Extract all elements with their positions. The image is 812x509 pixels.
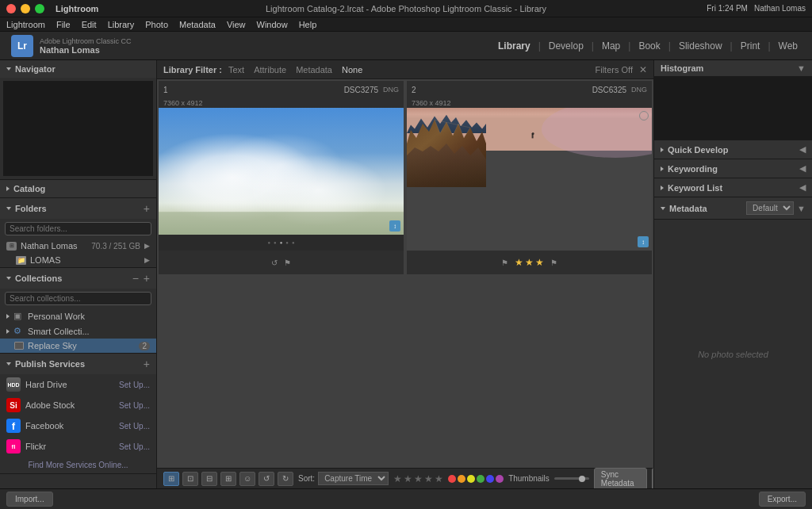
histogram-header[interactable]: Histogram ▼ [654, 60, 812, 77]
metadata-preset-select[interactable]: Default All EXIF [746, 201, 794, 215]
publish-flickr-setup[interactable]: Set Up... [119, 442, 150, 451]
rotate-cw-button[interactable]: ↻ [278, 472, 293, 486]
rotate-ccw-button[interactable]: ↺ [259, 472, 274, 486]
publish-adobe-stock[interactable]: Si Adobe Stock Set Up... [0, 395, 156, 415]
menu-edit[interactable]: Edit [82, 20, 97, 29]
collections-search-input[interactable] [5, 292, 151, 305]
color-filter-red[interactable] [448, 475, 456, 483]
collections-search [0, 289, 156, 308]
publish-add-button[interactable]: + [144, 358, 150, 370]
color-filter-yellow[interactable] [467, 475, 475, 483]
quick-develop-header[interactable]: Quick Develop ◀ [654, 140, 812, 159]
metadata-collapse-icon [661, 207, 665, 210]
maximize-button[interactable] [35, 4, 44, 13]
catalog-header[interactable]: Catalog [0, 180, 156, 197]
folder-item-lomas[interactable]: 📁 LOMAS ▶ [0, 253, 156, 267]
module-web[interactable]: Web [776, 39, 801, 53]
module-slideshow[interactable]: Slideshow [676, 39, 726, 53]
folders-add-button[interactable]: + [144, 202, 150, 215]
collections-add-button[interactable]: + [144, 272, 150, 285]
minimize-button[interactable] [21, 4, 30, 13]
menu-photo[interactable]: Photo [145, 20, 168, 29]
publish-services-header[interactable]: Publish Services + [0, 354, 156, 374]
module-library[interactable]: Library [495, 39, 534, 53]
filter-text[interactable]: Text [228, 65, 244, 75]
photo-2-flag-left[interactable]: ⚑ [501, 258, 508, 267]
filmstrip-dot-4: ● [292, 240, 295, 245]
photo-2-flag-right[interactable]: ⚑ [550, 258, 557, 267]
import-button[interactable]: Import... [6, 492, 53, 507]
publish-stock-setup[interactable]: Set Up... [119, 401, 150, 410]
menu-view[interactable]: View [227, 20, 246, 29]
grid-view-button[interactable]: ⊞ [163, 472, 179, 486]
navigator-header[interactable]: Navigator [0, 60, 156, 78]
publish-fb-setup[interactable]: Set Up... [119, 422, 150, 431]
filter-none[interactable]: None [342, 65, 362, 75]
publish-flickr[interactable]: fl Flickr Set Up... [0, 436, 156, 457]
collections-minus-button[interactable]: − [132, 272, 139, 285]
compare-view-button[interactable]: ⊟ [201, 472, 217, 486]
photo-1-flag[interactable]: ⚑ [284, 258, 291, 267]
keyword-list-header[interactable]: Keyword List ◀ [654, 178, 812, 197]
color-filter-orange[interactable] [458, 475, 465, 483]
close-button[interactable] [6, 4, 16, 13]
menu-file[interactable]: File [56, 20, 71, 29]
people-view-button[interactable]: ☺ [239, 472, 255, 486]
star-filter-3[interactable]: ★ [414, 473, 423, 484]
collection-replace-sky-count: 2 [139, 342, 150, 350]
publish-hard-drive[interactable]: HDD Hard Drive Set Up... [0, 374, 156, 395]
photo-2-thumbnail[interactable]: ↕ [407, 108, 652, 251]
filter-metadata[interactable]: Metadata [296, 65, 332, 75]
left-panel: Navigator Catalog F [0, 60, 157, 488]
module-map[interactable]: Map [599, 39, 623, 53]
collection-group-smart[interactable]: ⚙ Smart Collecti... [0, 323, 156, 339]
color-filter-purple[interactable] [496, 475, 504, 483]
photo-1-rotate-left[interactable]: ↺ [271, 258, 278, 267]
menu-window[interactable]: Window [257, 20, 288, 29]
filter-attribute[interactable]: Attribute [254, 65, 286, 75]
folders-header[interactable]: Folders + [0, 198, 156, 219]
collection-group-personal[interactable]: ▣ Personal Work [0, 308, 156, 323]
menu-lightroom[interactable]: Lightroom [6, 20, 45, 29]
filter-label: Library Filter : [163, 65, 222, 75]
photo-cell-1[interactable]: 1 DSC3275 DNG 7360 x 4912 [159, 81, 404, 274]
filter-close-button[interactable]: ✕ [639, 64, 647, 75]
right-panel: Histogram ▼ Quick Develop ◀ Keywording [653, 60, 812, 488]
star-filter-2[interactable]: ★ [404, 473, 412, 484]
survey-view-button[interactable]: ⊞ [220, 472, 236, 486]
lr-name: Adobe Lightroom Classic CC Nathan Lomas [40, 37, 132, 55]
star-filter-5[interactable]: ★ [435, 473, 443, 484]
quick-develop-section: Quick Develop ◀ [654, 140, 812, 159]
folder-item-nathan[interactable]: ⊞ Nathan Lomas 70.3 / 251 GB ▶ [0, 239, 156, 253]
color-filter-green[interactable] [477, 475, 485, 483]
folder-search-input[interactable] [5, 222, 151, 235]
photo-1-dims: 7360 x 4912 [159, 98, 404, 108]
sync-metadata-button[interactable]: Sync Metadata [594, 468, 647, 489]
histogram-area [654, 77, 812, 140]
star-filter-4[interactable]: ★ [424, 473, 433, 484]
photo-cell-2[interactable]: 2 DSC6325 DNG 7360 x 4912 [407, 81, 652, 274]
loupe-view-button[interactable]: ⊡ [182, 472, 198, 486]
collection-replace-sky[interactable]: Replace Sky 2 [0, 339, 156, 353]
folder-icon: 📁 [16, 256, 26, 265]
publish-facebook[interactable]: f Facebook Set Up... [0, 415, 156, 436]
import-export-bar: Import... Export... [0, 488, 812, 509]
sort-select[interactable]: Capture Time File Name Rating [318, 472, 389, 485]
menu-help[interactable]: Help [299, 20, 317, 29]
export-button[interactable]: Export... [759, 492, 806, 507]
menu-library[interactable]: Library [108, 20, 135, 29]
metadata-section-header[interactable]: Metadata Default All EXIF ▼ [654, 197, 812, 219]
module-print[interactable]: Print [737, 39, 764, 53]
photo-1-thumbnail[interactable]: ↕ [159, 108, 404, 235]
collections-header[interactable]: Collections − + [0, 268, 156, 289]
publish-hd-setup[interactable]: Set Up... [119, 381, 150, 389]
star-filter-1[interactable]: ★ [393, 473, 402, 484]
module-book[interactable]: Book [635, 39, 663, 53]
filmstrip-dot-active: ● [280, 240, 283, 245]
menu-metadata[interactable]: Metadata [179, 20, 216, 29]
keywording-header[interactable]: Keywording ◀ [654, 159, 812, 178]
publish-more-services[interactable]: Find More Services Online... [0, 457, 156, 473]
thumbnail-size-slider[interactable] [554, 477, 589, 480]
color-filter-blue[interactable] [486, 475, 494, 483]
module-develop[interactable]: Develop [546, 39, 587, 53]
